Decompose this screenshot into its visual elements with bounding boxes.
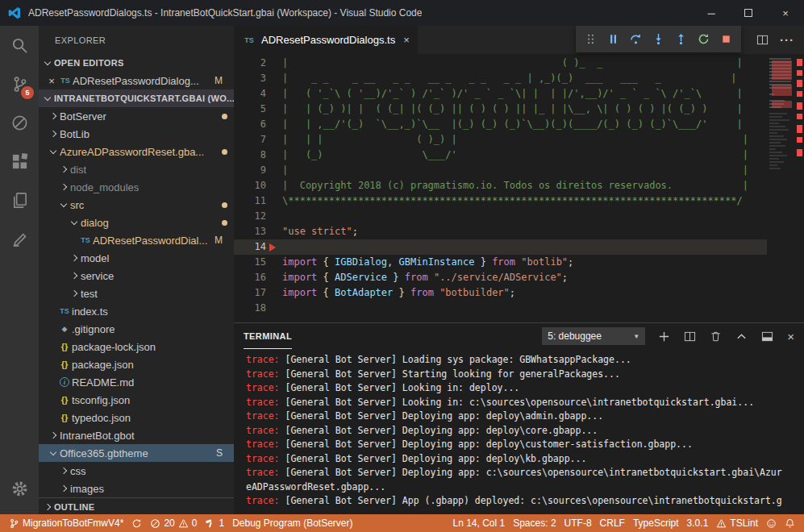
- line-number[interactable]: 8: [234, 148, 266, 163]
- problems-indicator[interactable]: 20 0: [146, 514, 201, 532]
- indentation[interactable]: Spaces: 2: [509, 514, 560, 532]
- maximize-button[interactable]: [730, 0, 767, 26]
- drag-handle-icon[interactable]: [585, 33, 597, 45]
- tab-adresetpassworddialogs[interactable]: TS ADResetPasswordDialogs.ts ×: [234, 26, 418, 54]
- open-editors-section-header[interactable]: OPEN EDITORS: [39, 54, 234, 72]
- line-number[interactable]: 12: [234, 209, 266, 224]
- tree-item[interactable]: TS ADResetPasswordDial... M: [39, 231, 234, 249]
- line-number[interactable]: 4: [234, 86, 266, 102]
- line-number[interactable]: 2: [234, 56, 266, 71]
- tree-item[interactable]: Office365.gbtheme S: [39, 444, 234, 462]
- tree-item[interactable]: BotServer: [39, 107, 234, 125]
- tree-item[interactable]: TS index.ts: [39, 302, 234, 320]
- tree-item[interactable]: ◆ .gitignore: [39, 320, 234, 338]
- tree-item[interactable]: dialog: [39, 214, 234, 231]
- line-number[interactable]: 3: [234, 71, 266, 86]
- typescript-version[interactable]: 3.0.1: [683, 514, 713, 532]
- tree-item-label: images: [70, 483, 104, 495]
- line-number[interactable]: 16: [234, 270, 266, 285]
- line-number[interactable]: 11: [234, 193, 266, 209]
- line-number[interactable]: 15: [234, 255, 266, 270]
- error-mark: [797, 70, 802, 76]
- terminal-line: trace: [General Bot Server] Deploying ap…: [246, 438, 792, 452]
- line-number[interactable]: 5: [234, 102, 266, 117]
- stop-button[interactable]: [720, 33, 732, 45]
- feedback-smiley[interactable]: [762, 514, 781, 532]
- notifications-bell[interactable]: [781, 514, 799, 532]
- panel-position-button[interactable]: [761, 330, 773, 343]
- error-mark: [797, 80, 802, 87]
- debug-target[interactable]: Debug Program (BotServer): [228, 514, 356, 532]
- editor-more-actions-button[interactable]: ···: [780, 33, 794, 47]
- code-area[interactable]: 2| ( )_ _ |3| _ _ _ __ _ _ __ _ _ _ _ _ …: [234, 54, 767, 322]
- line-number[interactable]: 7: [234, 132, 266, 148]
- restart-button[interactable]: [698, 33, 710, 45]
- tasks-indicator[interactable]: 1: [201, 514, 228, 532]
- line-number[interactable]: 10: [234, 178, 266, 193]
- tree-item[interactable]: src: [39, 196, 234, 214]
- tree-item[interactable]: {} typedoc.json: [39, 409, 234, 426]
- terminal-output[interactable]: trace: [General Bot Server] Loading sys …: [234, 349, 804, 514]
- tree-item[interactable]: IntranetBot.gbot: [39, 426, 234, 444]
- source-control-activity-button[interactable]: 5: [0, 64, 39, 103]
- tree-item[interactable]: test: [39, 285, 234, 302]
- sync-button[interactable]: [127, 514, 146, 532]
- line-number[interactable]: 6: [234, 117, 266, 132]
- split-editor-button[interactable]: [756, 34, 769, 46]
- tree-item[interactable]: dist: [39, 160, 234, 178]
- code-line-18: 18: [234, 301, 767, 316]
- tree-item[interactable]: AzureADPasswordReset.gba...: [39, 143, 234, 160]
- tree-item[interactable]: css: [39, 462, 234, 480]
- files-activity-button[interactable]: [0, 181, 39, 219]
- outline-section-header[interactable]: OUTLINE: [39, 497, 234, 514]
- tree-item[interactable]: i README.md: [39, 373, 234, 391]
- terminal-selector[interactable]: 5: debuggee ▼: [542, 327, 645, 345]
- pause-button[interactable]: [607, 33, 619, 45]
- debug-activity-button[interactable]: [0, 103, 39, 142]
- code-text: \***************************************…: [282, 193, 743, 209]
- eol-sequence[interactable]: CRLF: [596, 514, 629, 532]
- tree-item[interactable]: {} package.json: [39, 355, 234, 373]
- line-number[interactable]: 14: [234, 239, 266, 255]
- edit-activity-button[interactable]: [0, 219, 39, 258]
- language-mode[interactable]: TypeScript: [629, 514, 683, 532]
- step-out-button[interactable]: [675, 33, 687, 45]
- split-terminal-button[interactable]: [684, 330, 696, 343]
- close-button[interactable]: ×: [767, 0, 804, 26]
- tslint-status[interactable]: TSLint: [712, 514, 762, 532]
- step-into-button[interactable]: [652, 33, 664, 45]
- line-number[interactable]: 9: [234, 163, 266, 178]
- debug-target-label: Debug Program (BotServer): [232, 517, 352, 529]
- kill-terminal-button[interactable]: [710, 330, 722, 343]
- minimap[interactable]: [767, 54, 794, 322]
- close-panel-button[interactable]: ×: [787, 330, 794, 343]
- new-terminal-button[interactable]: [658, 330, 670, 343]
- dropdown-arrow-icon: ▼: [633, 333, 639, 340]
- tree-item[interactable]: model: [39, 249, 234, 267]
- settings-button[interactable]: [0, 469, 39, 508]
- tree-item[interactable]: images: [39, 480, 234, 497]
- minimize-button[interactable]: ─: [693, 0, 730, 26]
- line-number[interactable]: 17: [234, 285, 266, 301]
- terminal-tab[interactable]: TERMINAL: [244, 323, 292, 349]
- maximize-panel-button[interactable]: [735, 330, 748, 343]
- tree-item[interactable]: {} package-lock.json: [39, 338, 234, 355]
- encoding[interactable]: UTF-8: [560, 514, 596, 532]
- workspace-section-header[interactable]: INTRANETBOTQUICKSTART.GBAI (WO...: [39, 89, 234, 107]
- search-activity-button[interactable]: [0, 26, 39, 64]
- open-editor-item[interactable]: × TS ADResetPasswordDialog... M: [39, 72, 234, 89]
- line-number[interactable]: 13: [234, 224, 266, 239]
- close-tab-icon[interactable]: ×: [403, 34, 410, 46]
- tree-item[interactable]: {} tsconfig.json: [39, 391, 234, 409]
- workspace-label: INTRANETBOTQUICKSTART.GBAI (WO...: [54, 94, 234, 103]
- modified-dot: [222, 202, 227, 208]
- tree-item[interactable]: BotLib: [39, 125, 234, 143]
- line-number[interactable]: 18: [234, 301, 266, 316]
- tree-item[interactable]: service: [39, 267, 234, 285]
- close-editor-icon[interactable]: ×: [45, 75, 58, 87]
- step-over-button[interactable]: [630, 33, 642, 45]
- extensions-activity-button[interactable]: [0, 142, 39, 181]
- git-branch-indicator[interactable]: MigrationToBotFmwV4*: [5, 514, 127, 532]
- tree-item[interactable]: node_modules: [39, 178, 234, 196]
- cursor-position[interactable]: Ln 14, Col 1: [448, 514, 509, 532]
